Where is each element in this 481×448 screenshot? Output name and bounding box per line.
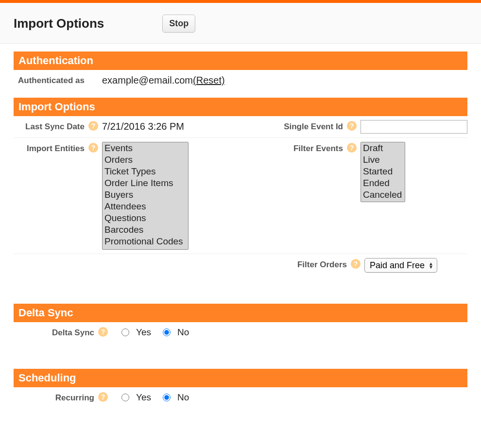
help-icon[interactable]: ? bbox=[351, 259, 361, 269]
reset-link[interactable]: (Reset) bbox=[193, 75, 225, 86]
page-header: Import Options Stop bbox=[0, 3, 481, 44]
label-recurring: Recurring bbox=[14, 391, 96, 403]
radio-label-no: No bbox=[177, 392, 189, 403]
delta-sync-radio-group: Yes No bbox=[112, 326, 189, 338]
radio-label-no: No bbox=[177, 327, 189, 338]
stop-button[interactable]: Stop bbox=[162, 15, 195, 33]
recurring-radio-group: Yes No bbox=[112, 391, 189, 403]
help-icon[interactable]: ? bbox=[347, 121, 357, 131]
radio-label-yes: Yes bbox=[136, 392, 151, 403]
recurring-yes-radio[interactable] bbox=[121, 394, 129, 401]
recurring-no-radio[interactable] bbox=[163, 394, 171, 401]
authenticated-as-value: example@email.com(Reset) bbox=[102, 74, 225, 86]
section-header-import-options: Import Options bbox=[14, 98, 467, 116]
auth-email: example@email.com bbox=[102, 75, 193, 86]
help-icon[interactable]: ? bbox=[88, 143, 98, 153]
delta-sync-no-radio[interactable] bbox=[163, 328, 171, 336]
label-authenticated-as: Authenticated as bbox=[14, 74, 86, 86]
label-single-event-id: Single Event Id bbox=[267, 120, 345, 132]
filter-events-select[interactable]: DraftLiveStartedEndedCanceled bbox=[361, 142, 405, 202]
label-import-entities: Import Entities bbox=[14, 142, 86, 154]
label-delta-sync: Delta Sync bbox=[14, 326, 96, 338]
section-header-delta-sync: Delta Sync bbox=[14, 304, 467, 322]
help-icon[interactable]: ? bbox=[98, 392, 108, 402]
help-icon[interactable]: ? bbox=[88, 121, 98, 131]
last-sync-date-value: 7/21/2016 3:26 PM bbox=[102, 120, 184, 132]
delta-sync-yes-radio[interactable] bbox=[121, 328, 129, 336]
section-header-scheduling: Scheduling bbox=[14, 369, 467, 387]
radio-label-yes: Yes bbox=[136, 327, 151, 338]
label-filter-events: Filter Events bbox=[267, 142, 345, 154]
import-entities-select[interactable]: EventsOrdersTicket TypesOrder Line Items… bbox=[102, 142, 189, 250]
help-icon[interactable]: ? bbox=[347, 143, 357, 153]
label-last-sync-date: Last Sync Date bbox=[14, 120, 86, 132]
label-filter-orders: Filter Orders bbox=[271, 258, 349, 270]
help-icon[interactable]: ? bbox=[98, 327, 108, 337]
section-header-authentication: Authentication bbox=[14, 52, 467, 70]
page-title: Import Options bbox=[14, 16, 104, 31]
filter-orders-select[interactable]: Paid and Free bbox=[364, 258, 437, 273]
single-event-id-input[interactable] bbox=[361, 120, 467, 134]
